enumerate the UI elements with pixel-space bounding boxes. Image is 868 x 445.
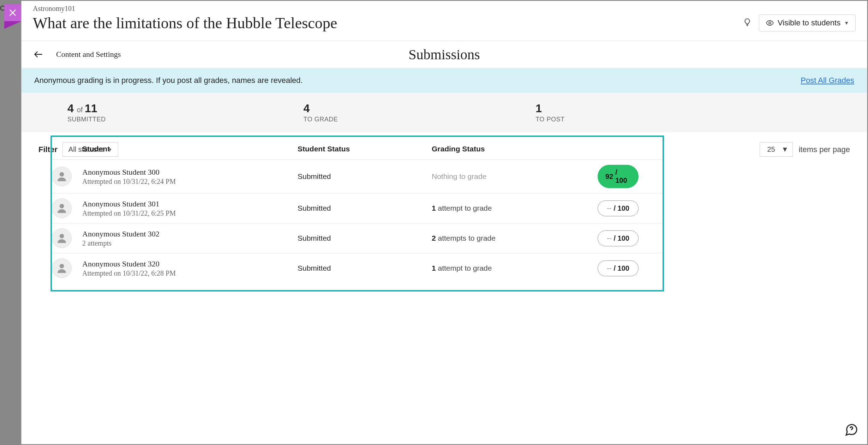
lightbulb-icon — [743, 18, 752, 27]
table-row[interactable]: Anonymous Student 301Attempted on 10/31/… — [52, 193, 663, 223]
grade-pill[interactable]: -- / 100 — [598, 260, 639, 276]
caret-down-icon: ▼ — [844, 20, 849, 26]
student-name: Anonymous Student 302 — [82, 229, 298, 239]
to-grade-count: 4 — [304, 102, 338, 115]
back-label: Content and Settings — [56, 50, 121, 59]
close-panel-button[interactable] — [4, 4, 21, 21]
help-button[interactable] — [844, 423, 858, 438]
svg-point-2 — [60, 204, 64, 209]
score-value: -- — [607, 264, 611, 272]
grade-pill[interactable]: -- / 100 — [598, 200, 639, 216]
student-status: Submitted — [298, 172, 432, 181]
avatar — [52, 167, 72, 186]
avatar — [52, 198, 72, 218]
back-to-content-button[interactable]: Content and Settings — [33, 49, 121, 60]
to-grade-label: TO GRADE — [304, 116, 338, 123]
submissions-table: Student Student Status Grading Status An… — [22, 131, 867, 291]
svg-point-3 — [60, 234, 64, 239]
subheader: Content and Settings Submissions — [22, 41, 867, 68]
student-status: Submitted — [298, 234, 432, 242]
arrow-left-icon — [33, 49, 44, 60]
submitted-total: 11 — [85, 102, 97, 115]
student-name: Anonymous Student 300 — [82, 168, 298, 177]
student-subtext: 2 attempts — [82, 239, 298, 247]
stat-to-post: 1 TO POST — [535, 102, 564, 123]
student-status: Submitted — [298, 204, 432, 212]
assignment-title: What are the limitations of the Hubble T… — [33, 14, 743, 32]
grade-pill[interactable]: -- / 100 — [598, 230, 639, 246]
stats-bar: 4 of 11 SUBMITTED 4 TO GRADE 1 TO POST — [22, 93, 867, 132]
student-subtext: Attempted on 10/31/22, 6:24 PM — [82, 178, 298, 186]
grading-status: 1 attempt to grade — [432, 204, 598, 212]
student-status: Submitted — [298, 264, 432, 272]
svg-point-4 — [60, 264, 64, 269]
score-suffix: / 100 — [613, 234, 629, 242]
person-icon — [55, 170, 68, 183]
score-value: -- — [607, 204, 611, 212]
eye-icon — [766, 19, 774, 27]
submissions-panel: Astronomy101 What are the limitations of… — [21, 1, 867, 444]
score-value: -- — [607, 234, 611, 242]
visibility-label: Visible to students — [778, 18, 840, 28]
grading-status: 1 attempt to grade — [432, 264, 598, 272]
grading-text: Nothing to grade — [432, 172, 486, 180]
highlight-box: Student Student Status Grading Status An… — [50, 136, 664, 291]
grading-count: 2 — [432, 234, 436, 242]
close-tab-decoration — [4, 21, 21, 29]
person-icon — [55, 202, 68, 215]
score-suffix: / 100 — [613, 204, 629, 212]
avatar — [52, 258, 72, 278]
table-row[interactable]: Anonymous Student 3022 attemptsSubmitted… — [52, 223, 663, 253]
col-student-status: Student Status — [298, 145, 432, 153]
table-header: Student Student Status Grading Status — [52, 137, 663, 160]
submitted-label: SUBMITTED — [67, 116, 106, 123]
grading-count: 1 — [432, 264, 436, 272]
help-icon — [844, 423, 858, 437]
post-all-grades-link[interactable]: Post All Grades — [801, 76, 854, 85]
avatar — [52, 228, 72, 248]
grading-status: 2 attempts to grade — [432, 234, 598, 242]
student-subtext: Attempted on 10/31/22, 6:28 PM — [82, 269, 298, 277]
course-name: Astronomy101 — [33, 5, 743, 13]
svg-point-1 — [60, 172, 64, 177]
grading-text: attempts to grade — [436, 234, 496, 242]
col-grading-status: Grading Status — [432, 145, 598, 153]
banner-message: Anonymous grading is in progress. If you… — [34, 76, 303, 85]
to-post-count: 1 — [535, 102, 564, 115]
stat-submitted: 4 of 11 SUBMITTED — [67, 102, 106, 123]
panel-header: Astronomy101 What are the limitations of… — [22, 1, 867, 41]
student-name: Anonymous Student 320 — [82, 259, 298, 269]
submitted-count: 4 — [67, 102, 74, 115]
page-title: Submissions — [408, 46, 480, 63]
person-icon — [55, 262, 68, 275]
col-student: Student — [82, 145, 298, 153]
person-icon — [55, 232, 68, 245]
grade-pill[interactable]: 92 / 100 — [598, 165, 639, 188]
stat-to-grade: 4 TO GRADE — [304, 102, 338, 123]
table-row[interactable]: Anonymous Student 320Attempted on 10/31/… — [52, 253, 663, 283]
score-suffix: / 100 — [613, 264, 629, 272]
score-value: 92 — [605, 173, 613, 181]
submitted-of: of — [77, 106, 85, 114]
grading-text: attempt to grade — [436, 264, 492, 272]
grading-text: attempt to grade — [436, 204, 492, 212]
visibility-dropdown[interactable]: Visible to students ▼ — [759, 14, 856, 31]
to-post-label: TO POST — [535, 116, 564, 123]
grading-count: 1 — [432, 204, 436, 212]
student-name: Anonymous Student 301 — [82, 199, 298, 209]
student-subtext: Attempted on 10/31/22, 6:25 PM — [82, 209, 298, 217]
table-row[interactable]: Anonymous Student 300Attempted on 10/31/… — [52, 160, 663, 193]
svg-point-0 — [769, 22, 771, 24]
close-icon — [8, 8, 17, 17]
grading-status: Nothing to grade — [432, 172, 598, 181]
anonymous-grading-banner: Anonymous grading is in progress. If you… — [22, 68, 867, 93]
hint-button[interactable] — [743, 18, 752, 28]
score-suffix: / 100 — [615, 168, 631, 185]
